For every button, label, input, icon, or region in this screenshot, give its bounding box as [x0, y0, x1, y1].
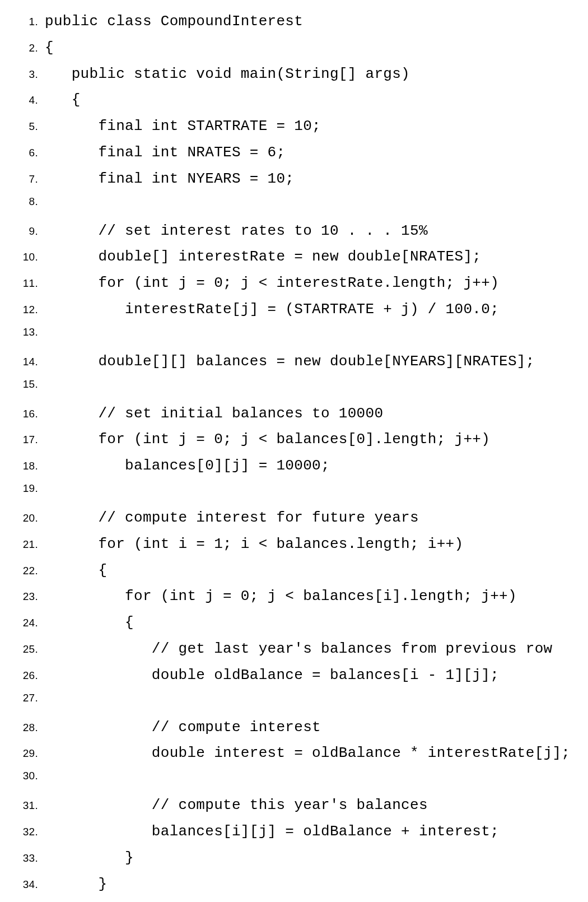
code-line: 15. [14, 375, 574, 401]
code-line: 21. for (int i = 1; i < balances.length;… [14, 531, 574, 557]
code-line: 30. [14, 766, 574, 792]
line-number: 20. [14, 509, 45, 528]
code-text: } [45, 845, 134, 871]
line-number: 4. [14, 91, 45, 110]
code-text: final int NRATES = 6; [45, 140, 285, 166]
code-line: 34. } [14, 871, 574, 898]
line-number: 2. [14, 39, 45, 58]
line-number: 5. [14, 117, 45, 136]
code-line: 19. [14, 479, 574, 505]
code-text: double interest = oldBalance * interestR… [45, 740, 570, 766]
code-text: } [45, 871, 107, 898]
code-text: balances[i][j] = oldBalance + interest; [45, 819, 499, 845]
code-text: interestRate[j] = (STARTRATE + j) / 100.… [45, 296, 499, 323]
line-number: 27. [14, 689, 45, 708]
code-text: public class CompoundInterest [45, 8, 303, 35]
code-line: 14. double[][] balances = new double[NYE… [14, 348, 574, 375]
line-number: 19. [14, 479, 45, 498]
code-text: // set interest rates to 10 . . . 15% [45, 218, 428, 244]
code-text: { [45, 610, 134, 636]
code-text: double[] interestRate = new double[NRATE… [45, 244, 481, 270]
line-number: 8. [14, 192, 45, 211]
code-line: 27. [14, 689, 574, 714]
line-number: 28. [14, 718, 45, 737]
code-line: 29. double interest = oldBalance * inter… [14, 740, 574, 766]
line-number: 30. [14, 766, 45, 785]
line-number: 33. [14, 849, 45, 868]
code-text: // compute interest for future years [45, 505, 419, 531]
code-line: 5. final int STARTRATE = 10; [14, 113, 574, 140]
code-line: 1.public class CompoundInterest [14, 8, 574, 35]
line-number: 9. [14, 222, 45, 241]
line-number: 29. [14, 744, 45, 763]
code-line: 10. double[] interestRate = new double[N… [14, 244, 574, 270]
line-number: 34. [14, 875, 45, 894]
code-text: final int STARTRATE = 10; [45, 113, 321, 140]
code-line: 24. { [14, 610, 574, 636]
line-number: 22. [14, 561, 45, 580]
code-line: 8. [14, 192, 574, 218]
line-number: 17. [14, 430, 45, 449]
line-number: 6. [14, 143, 45, 162]
code-line: 16. // set initial balances to 10000 [14, 401, 574, 427]
line-number: 21. [14, 535, 45, 554]
line-number: 15. [14, 375, 45, 394]
line-number: 16. [14, 404, 45, 424]
line-number: 31. [14, 796, 45, 815]
line-number: 1. [14, 12, 45, 31]
code-line: 20. // compute interest for future years [14, 505, 574, 531]
line-number: 7. [14, 170, 45, 189]
code-line: 6. final int NRATES = 6; [14, 140, 574, 166]
code-text: double oldBalance = balances[i - 1][j]; [45, 662, 499, 689]
code-text: for (int j = 0; j < balances[i].length; … [45, 583, 517, 610]
code-line: 33. } [14, 845, 574, 871]
code-text: public static void main(String[] args) [45, 61, 410, 87]
code-text: { [45, 87, 81, 113]
line-number: 25. [14, 640, 45, 659]
line-number: 11. [14, 274, 45, 293]
line-number: 14. [14, 352, 45, 371]
line-number: 12. [14, 300, 45, 319]
code-text: double[][] balances = new double[NYEARS]… [45, 348, 535, 375]
code-text: for (int j = 0; j < balances[0].length; … [45, 426, 490, 453]
code-line: 32. balances[i][j] = oldBalance + intere… [14, 819, 574, 845]
code-text: for (int i = 1; i < balances.length; i++… [45, 531, 463, 557]
code-text: // compute this year's balances [45, 792, 428, 819]
code-line: 17. for (int j = 0; j < balances[0].leng… [14, 426, 574, 453]
code-line: 3. public static void main(String[] args… [14, 61, 574, 87]
code-text: // set initial balances to 10000 [45, 401, 383, 427]
code-line: 11. for (int j = 0; j < interestRate.len… [14, 270, 574, 296]
line-number: 13. [14, 323, 45, 342]
code-line: 23. for (int j = 0; j < balances[i].leng… [14, 583, 574, 610]
line-number: 18. [14, 457, 45, 476]
code-line: 18. balances[0][j] = 10000; [14, 453, 574, 479]
code-line: 31. // compute this year's balances [14, 792, 574, 819]
code-text: { [45, 35, 54, 61]
code-line: 22. { [14, 557, 574, 584]
line-number: 10. [14, 248, 45, 267]
line-number: 23. [14, 587, 45, 606]
code-line: 9. // set interest rates to 10 . . . 15% [14, 218, 574, 244]
line-number: 3. [14, 65, 45, 84]
code-line: 13. [14, 323, 574, 348]
code-text: final int NYEARS = 10; [45, 166, 294, 192]
code-listing: 1.public class CompoundInterest2.{3. pub… [14, 8, 574, 897]
code-text: // get last year's balances from previou… [45, 636, 552, 662]
code-line: 28. // compute interest [14, 714, 574, 741]
code-line: 26. double oldBalance = balances[i - 1][… [14, 662, 574, 689]
code-line: 2.{ [14, 35, 574, 61]
code-text: balances[0][j] = 10000; [45, 453, 330, 479]
line-number: 32. [14, 822, 45, 841]
line-number: 24. [14, 613, 45, 633]
code-line: 4. { [14, 87, 574, 113]
code-line: 12. interestRate[j] = (STARTRATE + j) / … [14, 296, 574, 323]
code-line: 25. // get last year's balances from pre… [14, 636, 574, 662]
code-text: // compute interest [45, 714, 321, 741]
code-text: for (int j = 0; j < interestRate.length;… [45, 270, 499, 296]
code-text: { [45, 557, 107, 584]
code-line: 7. final int NYEARS = 10; [14, 166, 574, 192]
line-number: 26. [14, 666, 45, 685]
